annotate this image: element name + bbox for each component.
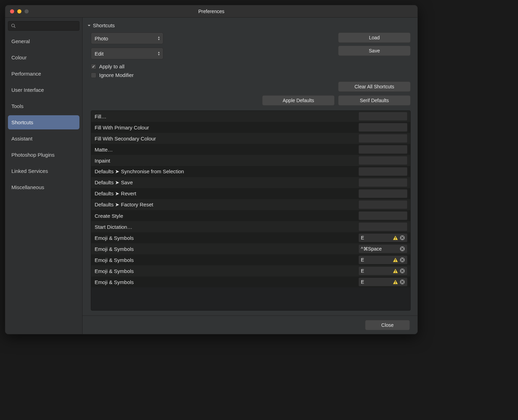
sidebar-item-assistant[interactable]: Assistant [8,131,79,146]
clear-shortcut-icon[interactable] [400,235,405,241]
apply-to-all-checkbox[interactable] [91,64,96,69]
shortcut-row[interactable]: Fill With Secondary Colour [91,133,410,144]
shortcut-value: E [361,235,391,241]
menu-select[interactable]: Edit ▲▼ [91,48,163,59]
chevron-down-icon [87,24,91,27]
serif-defaults-button[interactable]: Serif Defaults [338,95,411,106]
shortcut-label: Inpaint [95,158,358,164]
shortcut-row[interactable]: Inpaint [91,155,410,166]
svg-rect-7 [395,270,396,272]
sidebar-item-linked-services[interactable]: Linked Services [8,164,79,178]
sidebar-nav: GeneralColourPerformanceUser InterfaceTo… [8,34,79,194]
shortcut-row[interactable]: Defaults ➤ Synchronise from Selection [91,166,410,177]
shortcut-field[interactable] [358,156,407,165]
sidebar-item-photoshop-plugins[interactable]: Photoshop Plugins [8,148,79,162]
shortcut-field[interactable] [358,222,407,231]
shortcut-field[interactable]: E [358,255,407,264]
sidebar-item-general[interactable]: General [8,34,79,48]
apply-to-all-label: Apply to all [99,64,124,69]
warning-icon [393,280,398,284]
shortcut-field[interactable] [358,189,407,198]
persona-select[interactable]: Photo ▲▼ [91,32,163,44]
search-icon [11,23,16,28]
footer: Close [83,315,418,334]
shortcut-field[interactable] [358,123,407,132]
shortcut-row[interactable]: Fill… [91,111,410,122]
svg-rect-8 [395,272,396,273]
clear-shortcut-icon[interactable] [400,246,405,252]
shortcut-label: Defaults ➤ Revert [95,191,358,197]
shortcut-label: Fill With Secondary Colour [95,136,358,141]
shortcuts-list[interactable]: Fill…Fill With Primary ColourFill With S… [91,110,411,311]
shortcut-field[interactable] [358,200,407,209]
stepper-arrows-icon: ▲▼ [157,48,160,59]
traffic-lights [5,9,29,13]
sidebar-item-colour[interactable]: Colour [8,50,79,65]
shortcut-row[interactable]: Defaults ➤ Revert [91,188,410,199]
shortcut-row[interactable]: Emoji & SymbolsE [91,276,410,287]
clear-shortcut-icon[interactable] [400,279,405,285]
section-header[interactable]: Shortcuts [83,18,418,31]
shortcut-row[interactable]: Create Style [91,210,410,221]
shortcut-label: Emoji & Symbols [95,268,358,274]
ignore-modifier-row[interactable]: Ignore Modifier [91,72,409,78]
checkbox-group: Apply to all Ignore Modifier [83,59,418,78]
sidebar-item-user-interface[interactable]: User Interface [8,83,79,97]
close-button[interactable]: Close [365,320,410,330]
shortcut-row[interactable]: Defaults ➤ Save [91,177,410,188]
actions-row: Clear All Shortcuts Apple Defaults Serif… [83,78,418,106]
shortcut-row[interactable]: Emoji & SymbolsE [91,254,410,265]
svg-rect-0 [395,237,396,239]
menu-select-value: Edit [95,51,104,57]
shortcut-label: Create Style [95,213,358,219]
window-minimize-button[interactable] [17,9,21,13]
shortcut-field[interactable]: E [358,277,407,286]
shortcut-field[interactable]: ^⌘Space [358,244,407,253]
svg-rect-11 [395,283,396,284]
sidebar-search[interactable] [8,21,79,31]
shortcut-field[interactable] [358,178,407,187]
sidebar-item-miscellaneous[interactable]: Miscellaneous [8,180,79,194]
ignore-modifier-checkbox[interactable] [91,72,96,78]
load-button[interactable]: Load [338,32,411,43]
sidebar: GeneralColourPerformanceUser InterfaceTo… [5,18,83,334]
clear-all-shortcuts-button[interactable]: Clear All Shortcuts [338,81,411,92]
clear-shortcut-icon[interactable] [400,257,405,263]
shortcut-field[interactable] [358,145,407,154]
shortcut-field[interactable] [358,167,407,176]
shortcut-field[interactable] [358,211,407,220]
shortcut-row[interactable]: Fill With Primary Colour [91,122,410,133]
window-zoom-button[interactable] [25,9,29,13]
shortcut-label: Fill With Primary Colour [95,125,358,130]
sidebar-item-shortcuts[interactable]: Shortcuts [8,115,79,129]
apple-defaults-button[interactable]: Apple Defaults [262,95,335,106]
shortcut-row[interactable]: Start Dictation… [91,221,410,232]
shortcut-row[interactable]: Defaults ➤ Factory Reset [91,199,410,210]
warning-icon [393,268,398,273]
shortcut-row[interactable]: Emoji & SymbolsE [91,265,410,276]
shortcut-field[interactable] [358,134,407,143]
clear-shortcut-icon[interactable] [400,268,405,274]
shortcut-field[interactable]: E [358,266,407,275]
stepper-arrows-icon: ▲▼ [157,33,160,44]
shortcut-label: Defaults ➤ Factory Reset [95,202,358,208]
shortcut-field[interactable]: E [358,233,407,242]
persona-select-value: Photo [95,36,108,41]
titlebar: Preferences [5,5,418,18]
shortcut-row[interactable]: Emoji & SymbolsE [91,232,410,243]
sidebar-item-tools[interactable]: Tools [8,99,79,113]
sidebar-item-performance[interactable]: Performance [8,67,79,81]
svg-rect-5 [395,261,396,262]
shortcut-label: Matte… [95,147,358,153]
svg-rect-10 [395,281,396,283]
shortcut-row[interactable]: Matte… [91,144,410,155]
main-panel: Shortcuts Photo ▲▼ Edit ▲▼ Load Save [83,18,418,334]
save-button[interactable]: Save [338,46,411,56]
window-close-button[interactable] [10,9,14,13]
search-input[interactable] [18,23,76,29]
shortcut-field[interactable] [358,112,407,121]
shortcut-row[interactable]: Emoji & Symbols^⌘Space [91,243,410,254]
shortcut-label: Emoji & Symbols [95,257,358,263]
warning-icon [393,235,398,240]
apply-to-all-row[interactable]: Apply to all [91,64,409,69]
